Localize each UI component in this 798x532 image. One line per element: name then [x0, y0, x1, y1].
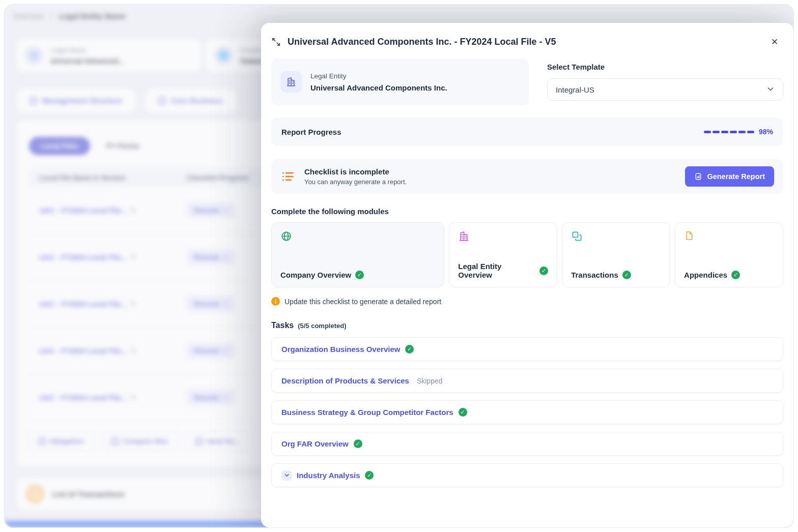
task-status-skipped: Skipped	[417, 377, 443, 385]
legal-entity-value: Universal Advanced Components Inc.	[310, 83, 447, 92]
check-icon: ✓	[539, 267, 548, 275]
tasks-header: Tasks (5/5 completed)	[271, 321, 783, 330]
transfer-icon	[571, 230, 661, 244]
check-icon: ✓	[731, 271, 740, 279]
report-modal: Universal Advanced Components Inc. - FY2…	[261, 23, 793, 527]
checklist-note: i Update this checklist to generate a de…	[271, 297, 783, 306]
task-description-of-products-services[interactable]: Description of Products & Services Skipp…	[271, 369, 783, 393]
generate-report-label: Generate Report	[707, 172, 765, 181]
check-icon: ✓	[459, 408, 467, 417]
legal-entity-label: Legal Entity	[310, 72, 447, 80]
check-icon: ✓	[622, 271, 631, 279]
progress-percent: 98%	[759, 128, 773, 136]
modal-body: Legal Entity Universal Advanced Componen…	[261, 57, 793, 496]
modules-row: Company Overview ✓ Legal Entity Overview…	[271, 222, 783, 287]
check-icon: ✓	[405, 345, 414, 353]
building-icon	[280, 71, 302, 93]
check-icon: ✓	[355, 271, 364, 279]
module-label: Appendices	[684, 271, 727, 279]
task-organization-business-overview[interactable]: Organization Business Overview ✓	[271, 337, 783, 361]
template-selected-value: Integral-US	[556, 85, 594, 94]
task-label: Org FAR Overview	[281, 439, 349, 448]
task-label: Organization Business Overview	[281, 345, 400, 353]
info-icon: i	[271, 297, 280, 306]
collapse-icon[interactable]	[271, 37, 281, 47]
check-icon: ✓	[354, 439, 362, 448]
checklist-icon	[280, 169, 296, 184]
check-icon: ✓	[365, 471, 374, 480]
module-label: Company Overview	[280, 271, 351, 279]
template-section: Select Template Integral-US	[547, 58, 783, 105]
module-company-overview[interactable]: Company Overview ✓	[271, 222, 444, 287]
globe-icon	[280, 230, 435, 244]
progress-bar	[704, 131, 754, 133]
tasks-title: Tasks	[271, 321, 294, 330]
task-org-far-overview[interactable]: Org FAR Overview ✓	[271, 432, 783, 456]
checklist-title: Checklist is incomplete	[304, 167, 407, 176]
app-window: Overview Legal Entity Name ⚖ Legal Name …	[4, 4, 794, 528]
module-transactions[interactable]: Transactions ✓	[562, 222, 670, 287]
modal-title: Universal Advanced Components Inc. - FY2…	[288, 37, 760, 47]
module-legal-entity-overview[interactable]: Legal Entity Overview ✓	[449, 222, 557, 287]
task-label: Industry Analysis	[297, 471, 360, 480]
tasks-count: (5/5 completed)	[298, 322, 346, 330]
task-industry-analysis[interactable]: Industry Analysis ✓	[271, 463, 783, 487]
checklist-subtitle: You can anyway generate a report.	[304, 178, 407, 186]
file-icon	[684, 230, 774, 243]
report-progress: Report Progress 98%	[271, 117, 783, 146]
task-list: Organization Business Overview ✓ Descrip…	[271, 337, 783, 487]
task-label: Business Strategy & Group Competitor Fac…	[281, 408, 453, 417]
modules-heading: Complete the following modules	[271, 207, 783, 216]
legal-entity-card: Legal Entity Universal Advanced Componen…	[271, 58, 529, 105]
report-progress-label: Report Progress	[281, 128, 704, 136]
task-business-strategy-group-competitor-factors[interactable]: Business Strategy & Group Competitor Fac…	[271, 400, 783, 424]
module-label: Transactions	[571, 271, 618, 279]
close-icon[interactable]: ✕	[767, 34, 782, 49]
note-text: Update this checklist to generate a deta…	[284, 298, 441, 306]
generate-report-button[interactable]: Generate Report	[685, 166, 774, 187]
building-icon	[458, 230, 548, 244]
template-select[interactable]: Integral-US	[547, 78, 783, 101]
modal-header: Universal Advanced Components Inc. - FY2…	[261, 23, 793, 57]
select-template-label: Select Template	[547, 63, 783, 71]
module-label: Legal Entity Overview	[458, 262, 535, 279]
task-label: Description of Products & Services	[281, 376, 409, 385]
chevron-down-icon[interactable]	[281, 470, 292, 481]
chevron-down-icon	[766, 85, 775, 95]
module-appendices[interactable]: Appendices ✓	[675, 222, 783, 287]
checklist-banner: Checklist is incomplete You can anyway g…	[271, 159, 783, 194]
report-doc-icon	[694, 172, 702, 181]
